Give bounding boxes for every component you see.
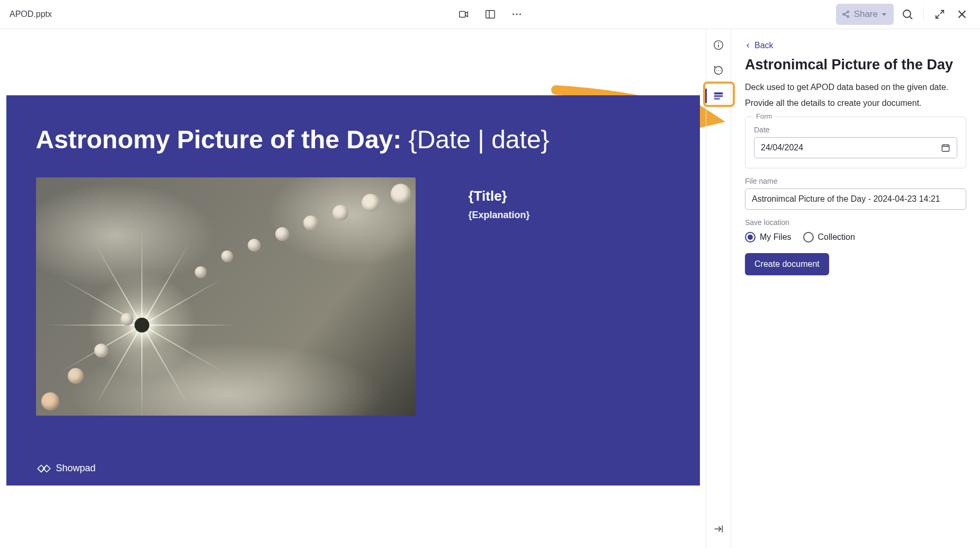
back-label: Back	[754, 41, 774, 50]
radio-collection[interactable]: Collection	[803, 232, 855, 242]
radio-my-files-label: My Files	[760, 232, 792, 242]
more-options-icon[interactable]	[508, 6, 525, 23]
panel-description: Deck used to get APOD data based on the …	[745, 83, 966, 92]
svg-rect-1	[485, 11, 495, 19]
slide-body: {Title} {Explanation}	[36, 177, 670, 416]
chevron-down-icon	[882, 13, 886, 16]
close-icon[interactable]	[954, 6, 970, 23]
svg-rect-0	[459, 12, 465, 17]
svg-point-3	[513, 14, 514, 15]
share-label: Share	[854, 9, 878, 20]
create-document-label: Create document	[754, 259, 820, 268]
svg-point-21	[716, 70, 717, 70]
share-icon	[841, 10, 851, 19]
panel-split-icon[interactable]	[482, 6, 499, 23]
svg-point-23	[720, 70, 721, 70]
svg-line-10	[844, 15, 847, 16]
svg-point-8	[847, 16, 849, 17]
svg-line-12	[910, 17, 913, 20]
topbar-right: Share	[836, 4, 970, 25]
slide-texts: {Title} {Explanation}	[469, 188, 530, 416]
svg-point-20	[718, 42, 719, 43]
svg-line-9	[844, 12, 847, 14]
back-link[interactable]: Back	[745, 41, 774, 50]
save-location-radio-group: My Files Collection	[745, 232, 966, 242]
form-fieldset: Form Date 24/04/2024	[745, 116, 966, 168]
slide-title: Astronomy Picture of the Day: {Date | da…	[36, 125, 670, 154]
panel-heading: Astronimcal Picture of the Day	[745, 57, 966, 73]
filename-label: File name	[745, 177, 966, 185]
topbar-center	[455, 6, 525, 23]
search-icon[interactable]	[899, 6, 916, 23]
app-panel-icon[interactable]	[709, 86, 728, 105]
radio-collection-label: Collection	[818, 232, 855, 242]
divider	[923, 7, 924, 22]
svg-rect-26	[714, 98, 720, 100]
slide-title-placeholder: {Date | date}	[409, 125, 550, 154]
slide-text-title: {Title}	[469, 188, 530, 204]
video-camera-icon[interactable]	[455, 6, 472, 23]
calendar-icon	[941, 143, 950, 152]
date-input[interactable]: 24/04/2024	[754, 137, 957, 158]
info-icon[interactable]	[709, 35, 728, 55]
svg-point-4	[516, 14, 517, 15]
svg-point-22	[718, 70, 718, 70]
create-document-button[interactable]: Create document	[745, 253, 829, 275]
date-label: Date	[754, 125, 957, 134]
radio-my-files[interactable]: My Files	[745, 232, 792, 242]
brand-logo-icon	[37, 464, 51, 473]
svg-point-6	[842, 13, 844, 15]
brand: Showpad	[37, 463, 96, 474]
svg-rect-29	[942, 145, 949, 151]
date-value: 24/04/2024	[761, 143, 803, 152]
slide: Astronomy Picture of the Day: {Date | da…	[6, 95, 700, 486]
side-panel: Back Astronimcal Picture of the Day Deck…	[731, 29, 980, 548]
comments-icon[interactable]	[709, 61, 728, 80]
slide-title-static: Astronomy Picture of the Day:	[36, 125, 409, 154]
save-location-label: Save location	[745, 218, 966, 227]
preview-area: Astronomy Picture of the Day: {Date | da…	[0, 29, 706, 548]
side-rail	[706, 29, 731, 548]
svg-rect-24	[714, 93, 723, 95]
svg-rect-25	[714, 95, 723, 97]
slide-image	[36, 177, 416, 416]
svg-line-13	[940, 11, 943, 14]
share-button[interactable]: Share	[836, 4, 894, 25]
expand-icon[interactable]	[931, 6, 948, 23]
svg-point-11	[903, 10, 911, 17]
brand-label: Showpad	[56, 463, 96, 474]
file-name: APOD.pptx	[10, 10, 52, 19]
slide-text-explanation: {Explanation}	[469, 210, 530, 221]
svg-point-7	[847, 11, 849, 13]
chevron-left-icon	[745, 42, 751, 49]
svg-line-14	[936, 15, 939, 18]
form-legend: Form	[753, 112, 775, 120]
svg-point-5	[519, 14, 520, 15]
topbar: APOD.pptx	[0, 0, 980, 29]
collapse-panel-icon[interactable]	[709, 519, 728, 538]
panel-subtext: Provide all the details to create your d…	[745, 98, 966, 108]
filename-input[interactable]	[745, 188, 966, 210]
